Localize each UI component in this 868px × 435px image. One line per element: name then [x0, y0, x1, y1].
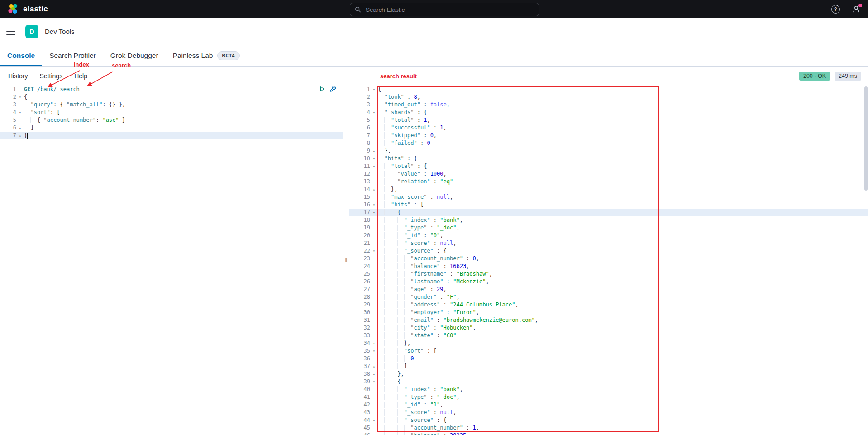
code-line[interactable]: 23 "account_number" : 0,: [349, 255, 868, 263]
code-line[interactable]: 39▾ {: [349, 378, 868, 386]
code-line[interactable]: 4▾ "sort": [: [0, 109, 343, 116]
code-line[interactable]: 13 "relation" : "eq": [349, 178, 868, 186]
code-line[interactable]: 1GET /bank/_search: [0, 86, 343, 93]
code-line[interactable]: 37▴ ]: [349, 363, 868, 370]
fold-toggle-icon[interactable]: ▾: [371, 155, 377, 163]
fold-toggle-icon[interactable]: ▴: [17, 124, 23, 132]
code-line[interactable]: 17▾ {: [349, 209, 868, 216]
code-line[interactable]: 5 "total" : 1,: [349, 116, 868, 124]
fold-toggle-icon[interactable]: ▾: [371, 247, 377, 255]
fold-spacer: [371, 293, 377, 301]
fold-toggle-icon[interactable]: ▾: [371, 201, 377, 209]
code-line[interactable]: 20 "_id" : "0",: [349, 232, 868, 239]
code-line[interactable]: 35▾ "sort" : [: [349, 347, 868, 355]
code-line[interactable]: 1▾{: [349, 86, 868, 93]
code-line[interactable]: 27 "age" : 29,: [349, 286, 868, 293]
global-search[interactable]: [350, 3, 539, 16]
code-line[interactable]: 31 "email" : "bradshawmckenzie@euron.com…: [349, 316, 868, 324]
code-line[interactable]: 14▴ },: [349, 186, 868, 193]
breadcrumb[interactable]: Dev Tools: [45, 28, 75, 35]
code-line[interactable]: 4▾ "_shards" : {: [349, 109, 868, 116]
fold-toggle-icon[interactable]: ▾: [371, 416, 377, 424]
fold-toggle-icon[interactable]: ▾: [371, 163, 377, 170]
code-line[interactable]: 28 "gender" : "F",: [349, 293, 868, 301]
code-line[interactable]: 15 "max_score" : null,: [349, 193, 868, 201]
fold-toggle-icon[interactable]: ▴: [371, 370, 377, 378]
menu-button[interactable]: [6, 29, 15, 35]
code-line[interactable]: 18 "_index" : "bank",: [349, 216, 868, 224]
tab-painless-lab[interactable]: Painless LabBETA: [166, 45, 247, 66]
fold-toggle-icon[interactable]: ▾: [17, 93, 23, 101]
fold-spacer: [371, 432, 377, 435]
tab-search-profiler[interactable]: Search Profiler: [42, 45, 103, 66]
code-line[interactable]: 24 "balance" : 16623,: [349, 263, 868, 270]
fold-toggle-icon[interactable]: ▾: [371, 378, 377, 386]
fold-toggle-icon[interactable]: ▴: [371, 339, 377, 347]
code-line[interactable]: 41 "_type" : "_doc",: [349, 393, 868, 401]
send-request-button[interactable]: [319, 86, 325, 92]
code-text: {: [377, 209, 868, 216]
code-line[interactable]: 16▾ "hits" : [: [349, 201, 868, 209]
fold-spacer: [371, 409, 377, 416]
code-line[interactable]: 8 "failed" : 0: [349, 139, 868, 147]
fold-toggle-icon[interactable]: ▾: [371, 347, 377, 355]
code-line[interactable]: 36 0: [349, 355, 868, 363]
menu-history[interactable]: History: [8, 72, 28, 80]
space-avatar[interactable]: D: [25, 25, 38, 38]
code-line[interactable]: 44▾ "_source" : {: [349, 416, 868, 424]
code-line[interactable]: 32 "city" : "Hobucken",: [349, 324, 868, 332]
code-line[interactable]: 22▾ "_source" : {: [349, 247, 868, 255]
scrollbar-track[interactable]: [863, 84, 868, 435]
code-line[interactable]: 40 "_index" : "bank",: [349, 386, 868, 393]
scrollbar-thumb[interactable]: [864, 86, 868, 191]
elastic-home-link[interactable]: elastic: [7, 3, 48, 15]
request-pane[interactable]: 1GET /bank/_search2▾{3 "query": { "match…: [0, 84, 343, 435]
code-line[interactable]: 7▴}: [0, 132, 343, 139]
code-line[interactable]: 5 { "account_number": "asc" }: [0, 116, 343, 124]
code-line[interactable]: 9▴ },: [349, 147, 868, 155]
code-line[interactable]: 45 "account_number" : 1,: [349, 424, 868, 432]
pane-resizer[interactable]: ‖: [343, 84, 349, 435]
code-line[interactable]: 7 "skipped" : 0,: [349, 132, 868, 139]
fold-spacer: [371, 193, 377, 201]
request-options-button[interactable]: [329, 86, 336, 92]
menu-help[interactable]: Help: [74, 72, 87, 80]
code-line[interactable]: 34▴ },: [349, 339, 868, 347]
code-line[interactable]: 2 "took" : 8,: [349, 93, 868, 101]
code-line[interactable]: 11▾ "total" : {: [349, 163, 868, 170]
fold-toggle-icon[interactable]: ▾: [17, 109, 23, 116]
code-line[interactable]: 3 "timed_out" : false,: [349, 101, 868, 109]
tab-grok-debugger[interactable]: Grok Debugger: [103, 45, 166, 66]
code-line[interactable]: 42 "_id" : "1",: [349, 401, 868, 409]
fold-toggle-icon[interactable]: ▴: [17, 132, 23, 139]
code-line[interactable]: 6 "successful" : 1,: [349, 124, 868, 132]
help-button[interactable]: ?: [831, 5, 840, 14]
code-line[interactable]: 46 "balance" : 39225,: [349, 432, 868, 435]
code-line[interactable]: 38▴ },: [349, 370, 868, 378]
line-number: 26: [349, 278, 371, 286]
code-line[interactable]: 33 "state" : "CO": [349, 332, 868, 339]
code-line[interactable]: 30 "employer" : "Euron",: [349, 309, 868, 316]
user-menu-button[interactable]: [852, 5, 861, 14]
code-line[interactable]: 25 "firstname" : "Bradshaw",: [349, 270, 868, 278]
code-line[interactable]: 29 "address" : "244 Columbus Place",: [349, 301, 868, 309]
tab-console[interactable]: Console: [0, 45, 42, 66]
menu-settings[interactable]: Settings: [40, 72, 63, 80]
search-input[interactable]: [365, 6, 534, 14]
code-line[interactable]: 12 "value" : 1000,: [349, 170, 868, 178]
code-line[interactable]: 43 "_score" : null,: [349, 409, 868, 416]
fold-toggle-icon[interactable]: ▾: [371, 86, 377, 93]
code-line[interactable]: 2▾{: [0, 93, 343, 101]
fold-toggle-icon[interactable]: ▾: [371, 209, 377, 216]
fold-toggle-icon[interactable]: ▴: [371, 186, 377, 193]
code-line[interactable]: 26 "lastname" : "Mckenzie",: [349, 278, 868, 286]
fold-toggle-icon[interactable]: ▾: [371, 109, 377, 116]
response-pane[interactable]: 1▾{2 "took" : 8,3 "timed_out" : false,4▾…: [349, 84, 868, 435]
fold-toggle-icon[interactable]: ▴: [371, 147, 377, 155]
code-line[interactable]: 3 "query": { "match_all": {} },: [0, 101, 343, 109]
code-line[interactable]: 19 "_type" : "_doc",: [349, 224, 868, 232]
code-line[interactable]: 21 "_score" : null,: [349, 239, 868, 247]
code-line[interactable]: 10▾ "hits" : {: [349, 155, 868, 163]
code-line[interactable]: 6▴ ]: [0, 124, 343, 132]
fold-toggle-icon[interactable]: ▴: [371, 363, 377, 370]
